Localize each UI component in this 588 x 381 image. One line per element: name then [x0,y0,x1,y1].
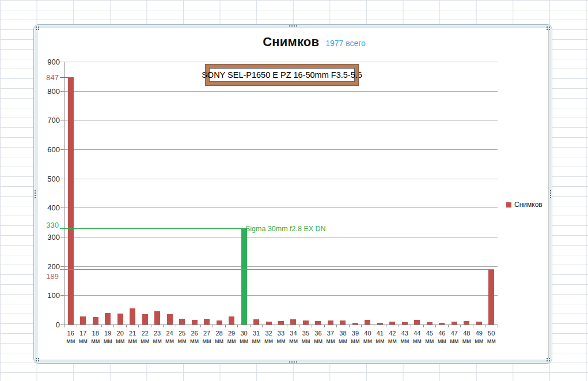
x-tick-32 [460,325,461,327]
y-axis-label-700: 700 [35,116,60,125]
x-tick-13 [225,325,226,327]
x-axis-label-34mm: 34мм [287,330,299,345]
x-axis-label-25mm: 25мм [176,330,188,345]
bar-19mm[interactable] [105,313,111,325]
y-gridline-100 [65,295,498,296]
x-axis-label-39mm: 39мм [349,330,361,345]
chart-subtitle[interactable]: 1977 всего [325,39,366,48]
x-tick-15 [250,325,251,327]
legend-swatch-icon [506,202,511,208]
bar-40mm[interactable] [365,320,370,325]
y-axis-label-600: 600 [35,145,60,154]
resize-handle-right-middle[interactable] [550,190,551,198]
x-axis-label-21mm: 21мм [126,330,138,345]
bar-16mm[interactable] [68,77,74,325]
legend-label: Снимков [514,201,543,209]
resize-handle-top-middle[interactable] [289,25,297,27]
bar-31mm[interactable] [253,319,259,325]
bar-26mm[interactable] [192,320,198,325]
annotation-box-sony[interactable]: SONY SEL-P1650 E PZ 16-50mm F3.5-5.6 [206,65,358,85]
bar-22mm[interactable] [142,314,148,325]
x-tick-20 [312,325,312,327]
plot-area[interactable]: Sigma 30mm f2.8 EX DN 010020030040050060… [65,62,498,325]
resize-handle-bottom-right[interactable] [547,358,550,361]
x-tick-3 [101,325,102,327]
x-axis-label-20mm: 20мм [114,330,126,345]
x-axis-label-50mm: 50мм [485,330,498,345]
bar-20mm[interactable] [117,314,123,325]
x-tick-7 [151,325,151,327]
x-axis-label-41mm: 41мм [374,330,386,345]
bar-35mm[interactable] [303,320,309,325]
x-axis-label-23mm: 23мм [151,330,163,345]
chart-title[interactable]: Снимков [263,35,319,50]
bar-21mm[interactable] [130,308,135,325]
bar-18mm[interactable] [93,317,98,325]
bar-30mm[interactable] [241,228,247,325]
bar-38mm[interactable] [340,320,346,325]
bar-24mm[interactable] [167,314,173,325]
x-tick-22 [336,325,337,327]
bar-50mm[interactable] [488,269,494,325]
x-axis-label-45mm: 45мм [423,330,435,345]
y-axis-label-500: 500 [35,174,60,183]
x-axis-label-36mm: 36мм [312,330,324,345]
bar-17mm[interactable] [80,316,86,325]
x-tick-33 [473,325,473,327]
resize-handle-bottom-left[interactable] [36,358,39,361]
resize-handle-top-right[interactable] [547,27,550,30]
x-tick-26 [386,325,386,327]
bar-34mm[interactable] [290,319,296,325]
resize-handle-bottom-middle[interactable] [289,361,297,363]
y-gridline-400 [65,208,498,208]
x-tick-19 [299,325,300,327]
x-tick-23 [349,325,350,327]
bar-28mm[interactable] [217,320,222,325]
y-gridline-300 [65,237,498,237]
x-axis-label-24mm: 24мм [164,330,176,345]
x-tick-17 [275,325,275,327]
x-axis-label-35mm: 35мм [299,330,312,345]
x-tick-11 [200,325,201,327]
x-tick-30 [435,325,436,327]
x-axis-label-28mm: 28мм [213,330,225,345]
y-axis-label-100: 100 [35,291,60,300]
callout-value-330[interactable]: 330 [32,220,59,229]
y-axis-label-800: 800 [35,86,60,95]
x-tick-21 [324,325,325,327]
x-axis-label-46mm: 46мм [436,330,448,345]
chart-object[interactable]: Снимков 1977 всего SONY SEL-P1650 E PZ 1… [33,24,552,364]
x-tick-12 [213,325,213,327]
x-axis-label-38mm: 38мм [337,330,349,345]
callout-value-847[interactable]: 847 [32,73,59,81]
spreadsheet-grid[interactable]: Снимков 1977 всего SONY SEL-P1650 E PZ 1… [0,0,588,381]
y-axis-label-200: 200 [35,262,60,270]
bar-27mm[interactable] [204,319,210,325]
callout-line-330 [60,228,241,229]
x-axis-label-27mm: 27мм [200,330,213,345]
bar-23mm[interactable] [154,311,160,325]
x-tick-31 [448,325,449,327]
y-axis-line [64,62,65,325]
y-gridline-600 [65,149,498,150]
bar-29mm[interactable] [229,316,234,325]
x-tick-5 [126,325,127,327]
x-axis-label-33mm: 33мм [275,330,287,345]
x-tick-4 [113,325,114,327]
y-gridline-500 [65,179,498,179]
annotation-box-text: SONY SEL-P1650 E PZ 16-50mm F3.5-5.6 [199,70,365,80]
bar-25mm[interactable] [179,319,185,325]
y-axis-label-400: 400 [35,203,60,212]
annotation-sigma[interactable]: Sigma 30mm f2.8 EX DN [245,225,326,233]
legend[interactable]: Снимков [506,201,543,209]
resize-handle-top-left[interactable] [36,27,39,30]
callout-line-189 [60,269,494,270]
x-tick-16 [262,325,263,327]
bar-44mm[interactable] [414,320,420,325]
callout-value-189[interactable]: 189 [32,272,59,281]
bar-37mm[interactable] [328,320,333,325]
x-tick-25 [374,325,374,327]
y-axis-label-0: 0 [35,320,60,329]
resize-handle-left-middle[interactable] [35,190,36,198]
y-gridline-200 [65,266,498,267]
